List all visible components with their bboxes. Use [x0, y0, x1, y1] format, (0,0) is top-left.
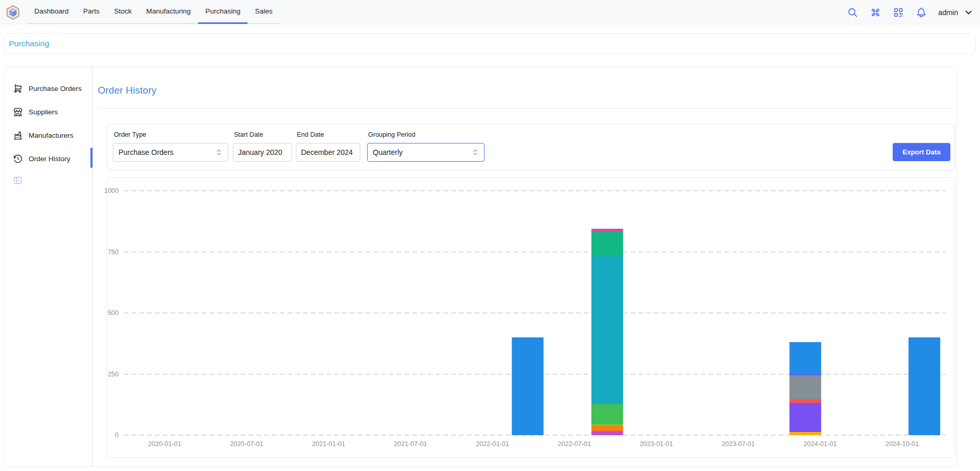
order-type-value: Purchase Orders — [119, 148, 174, 156]
chevron-down-icon — [963, 7, 974, 18]
building-factory-icon — [13, 130, 23, 140]
grouping-period-select[interactable]: Quarterly — [367, 143, 485, 162]
bar-2-segment-violet — [790, 403, 821, 432]
tab-parts[interactable]: Parts — [76, 0, 107, 24]
tab-purchasing[interactable]: Purchasing — [198, 0, 248, 24]
purchasing-sidebar: Purchase Orders Suppliers — [5, 67, 93, 466]
tab-dashboard[interactable]: Dashboard — [27, 0, 76, 24]
bar-0-segment-blue — [512, 337, 543, 435]
tab-stock[interactable]: Stock — [107, 0, 139, 24]
x-tick-label-2023-07-01: 2023-07-01 — [722, 440, 755, 448]
x-tick-label-2021-01-01: 2021-01-01 — [312, 440, 345, 448]
sidebar-item-purchase-orders[interactable]: Purchase Orders — [5, 80, 92, 97]
bar-1-segment-green — [591, 404, 623, 424]
sidebar-item-label: Order History — [29, 155, 70, 163]
sidebar-item-label: Purchase Orders — [29, 85, 82, 93]
export-data-button[interactable]: Export Data — [893, 143, 950, 161]
x-tick-label-2020-07-01: 2020-07-01 — [230, 440, 263, 448]
bar-2-segment-yellow — [790, 432, 821, 435]
y-tick-label-750: 750 — [108, 248, 119, 256]
end-date-label: End Date — [297, 131, 324, 138]
bar-2-segment-gray — [790, 375, 821, 400]
search-icon[interactable] — [847, 7, 858, 18]
main-nav-tabs: Dashboard Parts Stock Manufacturing Purc… — [27, 0, 280, 24]
bar-3-segment-blue — [908, 337, 940, 435]
bar-1-segment-grape — [591, 431, 623, 435]
chart-x-axis: 2020-01-012020-07-012021-01-012021-07-01… — [124, 440, 943, 451]
x-tick-label-2023-01-01: 2023-01-01 — [639, 440, 673, 448]
y-tick-label-500: 500 — [108, 309, 119, 317]
app-logo-icon[interactable] — [5, 5, 21, 20]
breadcrumb-purchasing[interactable]: Purchasing — [9, 39, 49, 48]
sidebar-item-label: Suppliers — [29, 108, 58, 116]
chart-bar-3[interactable] — [908, 337, 940, 435]
order-history-chart[interactable] — [124, 191, 943, 435]
tab-sales[interactable]: Sales — [247, 0, 280, 24]
sidebar-item-suppliers[interactable]: Suppliers — [5, 103, 92, 121]
gridline-750 — [124, 252, 946, 253]
grouping-period-label: Grouping Period — [368, 131, 415, 138]
qr-code-scan-icon[interactable] — [893, 7, 904, 18]
page-title: Order History — [98, 85, 156, 96]
bar-1-segment-orange — [591, 426, 623, 430]
y-tick-label-250: 250 — [108, 371, 119, 378]
x-tick-label-2020-01-01: 2020-01-01 — [148, 440, 181, 448]
gridline-1000 — [124, 190, 946, 191]
navbar-actions: admin — [847, 0, 974, 24]
user-menu[interactable]: admin — [938, 7, 974, 18]
breadcrumb-panel: Purchasing — [4, 33, 976, 54]
x-tick-label-2022-01-01: 2022-01-01 — [476, 440, 509, 448]
section-divider — [98, 108, 953, 109]
history-clock-icon — [13, 154, 23, 164]
x-tick-label-2024-10-01: 2024-10-01 — [885, 440, 919, 448]
select-updown-icon — [472, 149, 479, 156]
chart-bar-0[interactable] — [512, 337, 543, 435]
sidebar-item-manufacturers[interactable]: Manufacturers — [5, 126, 92, 144]
end-date-input[interactable] — [296, 143, 360, 162]
filter-panel: Order Type Purchase Orders Start Date En… — [107, 124, 955, 171]
chart-bar-2[interactable] — [790, 342, 821, 435]
gridline-500 — [124, 312, 946, 313]
top-navbar: Dashboard Parts Stock Manufacturing Purc… — [0, 0, 980, 24]
y-tick-label-0: 0 — [115, 431, 119, 439]
bar-2-segment-blue — [790, 342, 821, 373]
order-type-label: Order Type — [114, 131, 146, 138]
username-label: admin — [938, 8, 958, 17]
chart-bar-1[interactable] — [591, 229, 623, 435]
app-window: Dashboard Parts Stock Manufacturing Purc… — [0, 0, 980, 471]
select-updown-icon — [215, 149, 223, 156]
sidebar-active-indicator — [90, 148, 93, 168]
order-type-select[interactable]: Purchase Orders — [113, 143, 228, 162]
x-tick-label-2021-07-01: 2021-07-01 — [394, 440, 427, 448]
chart-panel: 02505007501000 2020-01-012020-07-012021-… — [107, 177, 955, 458]
bar-1-segment-teal — [591, 232, 623, 256]
building-store-icon — [13, 107, 23, 117]
chart-y-axis: 02505007501000 — [107, 191, 121, 435]
notifications-bell-icon[interactable] — [916, 7, 927, 18]
tab-manufacturing[interactable]: Manufacturing — [139, 0, 198, 24]
start-date-input[interactable] — [233, 143, 292, 162]
start-date-label: Start Date — [234, 131, 263, 138]
y-tick-label-1000: 1000 — [104, 187, 119, 194]
sidebar-collapse-icon[interactable] — [13, 176, 22, 185]
grouping-period-value: Quarterly — [373, 148, 403, 156]
command-palette-icon[interactable] — [870, 7, 881, 18]
shopping-cart-icon — [13, 84, 23, 94]
bar-1-segment-cyan — [591, 256, 623, 404]
sidebar-item-order-history[interactable]: Order History — [5, 150, 92, 167]
content-panel: Purchase Orders Suppliers — [4, 67, 957, 467]
x-tick-label-2024-01-01: 2024-01-01 — [804, 440, 837, 448]
sidebar-item-label: Manufacturers — [29, 132, 73, 139]
x-tick-label-2022-07-01: 2022-07-01 — [558, 440, 591, 448]
